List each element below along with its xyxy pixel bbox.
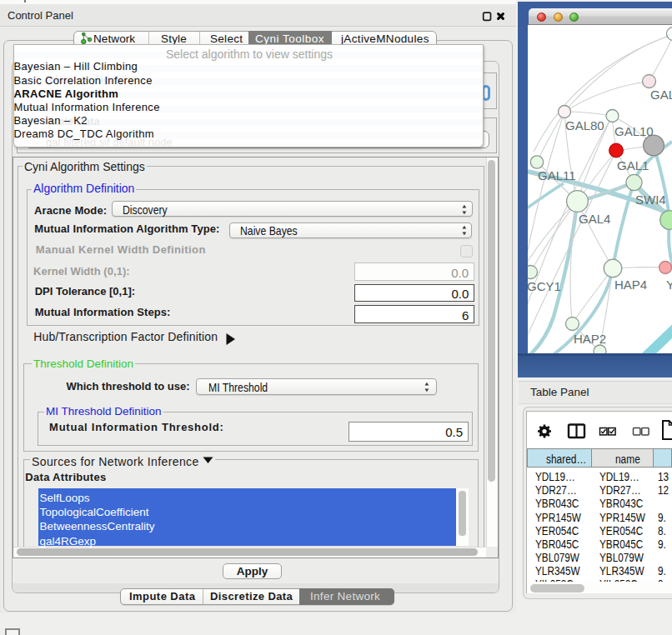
svg-text:Y: Y: [666, 278, 672, 292]
svg-text:GAL7: GAL7: [650, 88, 672, 102]
svg-text:SWI4: SWI4: [635, 192, 666, 207]
svg-text:GAL4: GAL4: [579, 212, 610, 226]
svg-text:HAP2: HAP2: [574, 332, 606, 346]
svg-text:GAL1: GAL1: [617, 158, 649, 172]
svg-text:GAL10: GAL10: [614, 124, 654, 138]
svg-text:GAL11: GAL11: [538, 168, 576, 182]
svg-text:GCY1: GCY1: [528, 279, 561, 293]
svg-text:GAL80: GAL80: [565, 118, 604, 132]
svg-text:HAP4: HAP4: [614, 278, 647, 292]
